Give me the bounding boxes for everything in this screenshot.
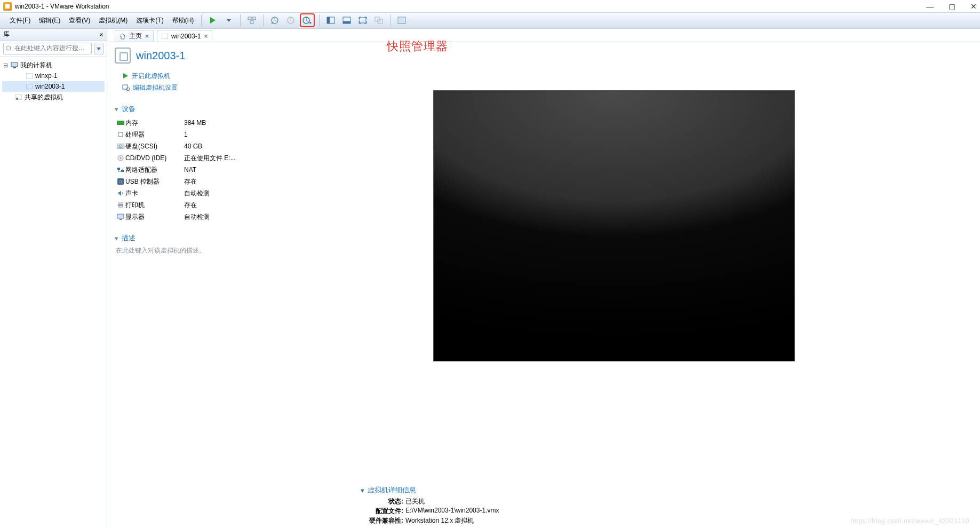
device-row-sound[interactable]: 声卡自动检测: [115, 187, 248, 199]
svg-rect-41: [119, 202, 122, 204]
devices-heading[interactable]: ▾ 设备: [115, 104, 248, 114]
vm-info-heading[interactable]: ▾ 虚拟机详细信息: [361, 485, 499, 495]
maximize-button[interactable]: ▢: [949, 2, 955, 11]
cpu-icon: [116, 131, 125, 138]
fullscreen-icon[interactable]: [355, 14, 370, 27]
svg-rect-30: [117, 121, 124, 125]
tab-vm-close-icon[interactable]: ×: [204, 33, 208, 40]
device-row-display[interactable]: 显示器自动检测: [115, 211, 248, 223]
svg-point-35: [120, 157, 122, 159]
description-heading[interactable]: ▾ 描述: [115, 233, 248, 243]
tree-node-winxp[interactable]: winxp-1: [2, 70, 105, 81]
close-button[interactable]: ✕: [970, 2, 977, 11]
power-dropdown[interactable]: [221, 14, 236, 27]
device-row-cddvd[interactable]: CD/DVD (IDE)正在使用文件 E:...: [115, 152, 248, 164]
svg-rect-3: [252, 17, 256, 20]
send-ctrl-alt-del-icon[interactable]: [244, 14, 259, 27]
library-panel: 库 × 在此处键入内容进行搜… ⊟ 我的计算机 winxp-1: [0, 29, 107, 528]
network-icon: [116, 167, 125, 172]
menu-view[interactable]: 查看(V): [65, 13, 94, 28]
menu-tabs[interactable]: 选项卡(T): [132, 13, 168, 28]
info-state-value: 已关机: [405, 497, 425, 507]
device-row-printer[interactable]: 打印机存在: [115, 199, 248, 211]
vm-preview-area: 快照管理器: [248, 42, 980, 528]
snapshot-revert-icon[interactable]: [283, 14, 298, 27]
menu-edit[interactable]: 编辑(E): [35, 13, 65, 28]
svg-rect-9: [327, 17, 330, 23]
annotation-label: 快照管理器: [387, 38, 448, 54]
settings-icon: [122, 84, 130, 91]
library-search-input[interactable]: 在此处键入内容进行搜…: [3, 43, 92, 54]
memory-icon: [116, 121, 125, 125]
computer-icon: [10, 61, 19, 69]
description-section: ▾ 描述 在此处键入对该虚拟机的描述。: [115, 233, 248, 255]
search-icon: [6, 45, 12, 52]
unity-icon[interactable]: [371, 14, 386, 27]
devices-section: ▾ 设备 内存384 MB 处理器1 硬盘(SCSI)40 GB CD/DVD …: [115, 104, 248, 223]
svg-rect-36: [117, 168, 120, 170]
info-config-label: 配置文件:: [368, 507, 405, 516]
tab-home[interactable]: 主页 ×: [115, 30, 154, 42]
vm-summary-panel: win2003-1 开启此虚拟机 编辑虚拟机设置 ▾ 设备: [115, 42, 248, 528]
power-on-link[interactable]: 开启此虚拟机: [122, 70, 248, 82]
collapse-arrow-icon: ▾: [361, 486, 364, 494]
content-area: 主页 × win2003-1 × win2003-1 开启此虚拟机: [107, 29, 980, 528]
vm-screen-preview[interactable]: [433, 90, 795, 361]
display-icon: [116, 214, 125, 220]
library-header: 库 ×: [0, 29, 107, 41]
device-row-cpu[interactable]: 处理器1: [115, 129, 248, 140]
collapse-arrow-icon: ▾: [115, 234, 118, 242]
device-row-hdd[interactable]: 硬盘(SCSI)40 GB: [115, 140, 248, 152]
watermark-text: https://blog.csdn.net/weixin_43321110: [850, 517, 969, 525]
svg-rect-12: [360, 18, 366, 23]
svg-point-17: [6, 46, 11, 50]
home-icon: [119, 33, 126, 40]
svg-marker-0: [210, 17, 216, 23]
toggle-library-icon[interactable]: [323, 14, 338, 27]
edit-settings-link[interactable]: 编辑虚拟机设置: [122, 82, 248, 93]
tree-node-my-computer[interactable]: ⊟ 我的计算机: [2, 60, 105, 70]
svg-rect-20: [11, 62, 18, 67]
menu-vm[interactable]: 虚拟机(M): [94, 13, 132, 28]
svg-rect-22: [26, 73, 33, 78]
menu-help[interactable]: 帮助(H): [168, 13, 198, 28]
menu-file[interactable]: 文件(F): [5, 13, 35, 28]
vm-icon: [25, 72, 34, 80]
menubar: 文件(F) 编辑(E) 查看(V) 虚拟机(M) 选项卡(T) 帮助(H): [0, 12, 980, 28]
library-tree: ⊟ 我的计算机 winxp-1 win2003-1 共享的虚拟机: [0, 57, 107, 106]
library-search-row: 在此处键入内容进行搜…: [0, 41, 107, 57]
vm-icon: [25, 83, 34, 90]
usb-icon: ⎍: [116, 178, 125, 185]
library-search-dropdown[interactable]: [94, 43, 103, 54]
svg-rect-23: [26, 84, 33, 89]
svg-rect-11: [343, 21, 350, 23]
cd-icon: [116, 155, 125, 161]
collapse-arrow-icon: ▾: [115, 105, 118, 113]
minimize-button[interactable]: —: [926, 2, 934, 11]
thumbnail-bar-icon[interactable]: [339, 14, 354, 27]
tab-home-close-icon[interactable]: ×: [145, 33, 149, 40]
tree-node-win2003[interactable]: win2003-1: [2, 81, 105, 92]
separator: [263, 14, 264, 26]
device-row-usb[interactable]: ⎍USB 控制器存在: [115, 176, 248, 187]
tab-vm-win2003[interactable]: win2003-1 ×: [157, 30, 212, 42]
app-icon: [3, 2, 12, 11]
device-row-network[interactable]: 网络适配器NAT: [115, 164, 248, 176]
tree-node-shared[interactable]: 共享的虚拟机: [2, 92, 105, 103]
sound-icon: [116, 190, 125, 196]
console-view-icon[interactable]: [394, 14, 409, 27]
shared-vm-icon: [14, 93, 23, 101]
separator: [240, 14, 241, 26]
svg-rect-2: [248, 17, 251, 20]
vm-icon: [162, 34, 168, 39]
power-on-button[interactable]: [205, 14, 220, 27]
separator: [201, 14, 202, 26]
library-close-icon[interactable]: ×: [99, 30, 103, 39]
snapshot-take-icon[interactable]: [267, 14, 282, 27]
description-placeholder[interactable]: 在此处键入对该虚拟机的描述。: [115, 246, 248, 255]
svg-line-18: [10, 50, 12, 51]
svg-point-25: [16, 98, 18, 100]
device-row-memory[interactable]: 内存384 MB: [115, 117, 248, 129]
play-icon: [122, 73, 129, 79]
snapshot-manager-button[interactable]: [300, 13, 315, 27]
